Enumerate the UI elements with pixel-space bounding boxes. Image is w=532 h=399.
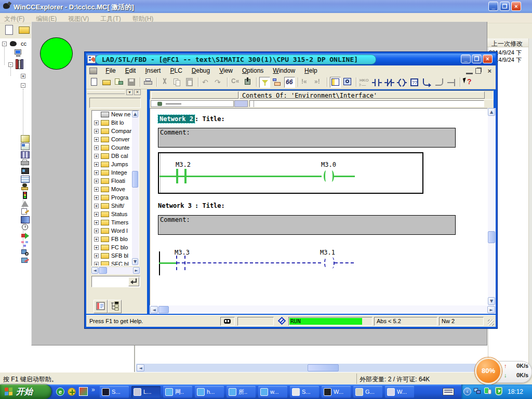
traffic-light-icon[interactable]	[21, 192, 30, 199]
open-branch-icon[interactable]	[421, 77, 432, 88]
help-cursor-icon[interactable]: ?	[463, 77, 474, 88]
program-elements-window-icon[interactable]	[330, 77, 341, 88]
symbol-rep-icon[interactable]	[259, 77, 270, 88]
mdi-child-icon[interactable]	[89, 68, 97, 74]
net-speed-widget[interactable]: 80% ↑ 0K/s ↓ 0K/s	[475, 357, 532, 384]
cut-icon[interactable]	[159, 77, 170, 88]
redundancy-icon[interactable]	[21, 200, 30, 207]
mdi-minimize-icon[interactable]	[466, 69, 473, 74]
lad-restore-button[interactable]: ❐	[472, 55, 482, 63]
taskbar-button-4[interactable]: h...	[195, 386, 224, 398]
lad-menu-insert[interactable]: Insert	[145, 67, 161, 74]
explorer-close-button[interactable]: ×	[511, 2, 521, 11]
explorer-restore-button[interactable]: ❐	[500, 2, 510, 11]
mdi-restore-icon[interactable]	[475, 68, 481, 74]
pane-splitter[interactable]	[134, 345, 135, 372]
download-icon[interactable]	[243, 77, 254, 88]
new-icon[interactable]	[89, 77, 100, 88]
text-library-icon[interactable]	[21, 151, 30, 158]
tab-program-elements[interactable]	[94, 300, 108, 313]
tree-root-label[interactable]: cc	[21, 41, 26, 47]
tray-clock[interactable]: 18:12	[508, 388, 523, 395]
expand-icon[interactable]: +	[94, 162, 99, 167]
expand-icon[interactable]: +	[94, 129, 99, 134]
expand-icon[interactable]: +	[94, 237, 99, 242]
lad-menu-debug[interactable]: Debug	[192, 67, 210, 74]
taskbar-button-5[interactable]: 所..	[227, 386, 256, 398]
network3-coil-label[interactable]: M3.1	[320, 249, 335, 256]
report-designer-icon[interactable]	[21, 159, 30, 167]
expand-icon[interactable]: +	[94, 170, 99, 175]
contact-nc-icon[interactable]	[384, 77, 395, 88]
tree-collapse-tags[interactable]: -	[8, 62, 13, 67]
dock-titlebar[interactable]: ▼ ×	[86, 89, 143, 96]
expand-icon[interactable]: +	[94, 212, 99, 217]
expand-icon[interactable]: +	[94, 262, 99, 266]
lifebeat-monitoring-icon[interactable]	[21, 248, 30, 256]
quicklaunch-more-chevron[interactable]: »	[91, 386, 95, 393]
dock-menu-button[interactable]: ▼	[126, 89, 133, 95]
expand-icon[interactable]: +	[94, 179, 99, 183]
lad-menu-edit[interactable]: Edit	[125, 67, 136, 74]
user-archive-icon[interactable]	[21, 176, 30, 183]
lad-menu-help[interactable]: Help	[304, 67, 317, 74]
lad-menu-window[interactable]: Window	[273, 67, 295, 74]
network2-comment[interactable]: Comment:	[158, 128, 456, 148]
lad-menu-plc[interactable]: PLC	[170, 67, 182, 74]
symbol-info-icon[interactable]	[272, 77, 283, 88]
lad-close-button[interactable]: ×	[483, 55, 493, 63]
os-project-editor-icon[interactable]	[21, 257, 30, 264]
tree-expand-1[interactable]: +	[21, 74, 25, 78]
tree-collapse-root[interactable]: -	[2, 42, 7, 46]
green-circle[interactable]	[40, 37, 73, 70]
expand-icon[interactable]: +	[94, 229, 99, 233]
taskbar-button-9[interactable]: G...	[353, 386, 382, 398]
taskbar-button-2[interactable]: L...	[131, 386, 161, 398]
taskbar-button-8[interactable]: W...	[322, 386, 351, 398]
call-structure-icon[interactable]: C«	[230, 77, 241, 88]
redo-icon[interactable]: ↷	[214, 77, 224, 88]
mdi-close-icon[interactable]: ×	[487, 67, 491, 75]
lad-resize-grip[interactable]	[488, 320, 494, 326]
taskbar-button-10[interactable]: W...	[385, 386, 414, 398]
graphics-designer-icon[interactable]	[21, 143, 30, 150]
expand-icon[interactable]: +	[94, 204, 99, 208]
overview-window-icon[interactable]	[342, 77, 353, 88]
expand-icon[interactable]: +	[94, 245, 99, 250]
tray-collapse-chevron[interactable]: ‹	[463, 388, 471, 395]
user-administrator-icon[interactable]	[21, 183, 30, 191]
paste-icon[interactable]	[184, 77, 195, 88]
ime-keyboard-icon[interactable]	[443, 388, 454, 395]
expand-icon[interactable]: +	[94, 195, 99, 200]
tray-kvm-icon[interactable]	[484, 388, 492, 395]
open-online-icon[interactable]	[114, 77, 125, 88]
open-project-icon[interactable]	[19, 26, 30, 34]
computer-node-icon[interactable]	[15, 49, 23, 57]
expand-icon[interactable]: +	[94, 154, 99, 158]
network2-label[interactable]: Network 2	[158, 115, 195, 123]
tray-security-shield-icon[interactable]	[495, 387, 502, 395]
lad-tree-vscrollbar[interactable]: ▲ ▼	[132, 111, 139, 265]
network2-coil-label[interactable]: M3.0	[321, 161, 336, 168]
network3-contact-label[interactable]: M3.3	[175, 249, 190, 256]
code-hscrollbar[interactable]: ◄ ►	[150, 305, 496, 314]
speed-percent-circle[interactable]: 80%	[475, 357, 502, 384]
dock-back-button[interactable]	[128, 277, 139, 286]
coil-icon[interactable]	[396, 77, 407, 88]
lad-menu-file[interactable]: File	[105, 67, 115, 74]
lad-menu-view[interactable]: View	[219, 67, 233, 74]
horn-icon[interactable]	[21, 232, 30, 240]
rail-icon[interactable]	[446, 77, 457, 88]
new-network-icon[interactable]: HKO⊦—	[359, 77, 370, 88]
explorer-menu-file[interactable]: 文件(F)	[4, 15, 24, 23]
expand-icon[interactable]: +	[94, 121, 99, 125]
taskbar-button-6[interactable]: w...	[258, 386, 287, 398]
lad-tree-hscrollbar[interactable]: ◄ ►	[91, 267, 140, 274]
start-button[interactable]: 开始	[0, 384, 51, 399]
alarm-logging-icon[interactable]	[21, 167, 30, 175]
taskbar-button-1[interactable]: S...	[100, 386, 129, 398]
last-network-icon[interactable]: »!	[313, 77, 324, 88]
tag-management-icon[interactable]	[16, 59, 25, 70]
tree-collapse-2[interactable]: -	[21, 83, 25, 88]
print-icon[interactable]	[143, 77, 154, 88]
